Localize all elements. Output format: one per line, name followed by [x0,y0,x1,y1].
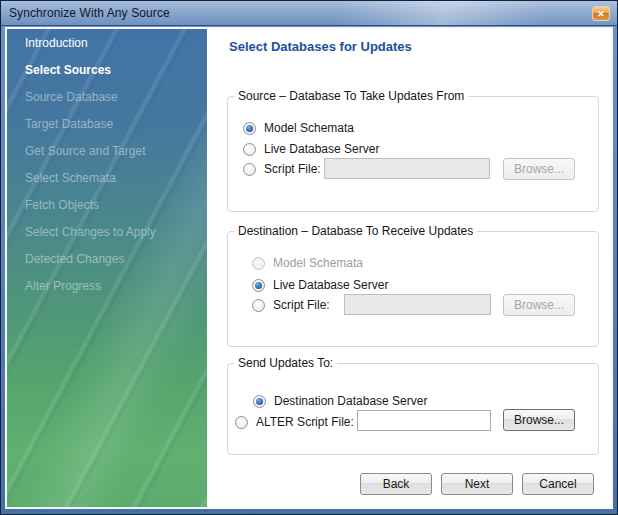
radio-destination-database-server[interactable]: Destination Database Server [253,391,427,411]
group-send-updates-to: Send Updates To: Destination Database Se… [227,363,599,455]
radio-unchecked-icon[interactable] [243,163,256,176]
radio-alter-script-file[interactable]: ALTER Script File: [235,412,354,432]
alter-script-file-input[interactable] [357,410,491,431]
radio-unchecked-icon[interactable] [235,416,248,429]
titlebar[interactable]: Synchronize With Any Source ✕ [1,1,617,26]
destination-script-file-input [344,294,491,315]
radio-checked-icon[interactable] [253,395,266,408]
source-script-file-input [324,158,490,179]
sidebar-item-get-source-and-target: Get Source and Target [7,137,207,164]
destination-browse-button: Browse... [503,294,575,316]
sidebar-item-detected-changes: Detected Changes [7,245,207,272]
radio-label: Model Schemata [273,256,363,270]
radio-source-model-schemata[interactable]: Model Schemata [243,118,354,138]
alter-browse-button[interactable]: Browse... [503,409,575,431]
group-destination: Destination – Database To Receive Update… [227,231,599,347]
sidebar-item-select-schemata: Select Schemata [7,164,207,191]
radio-source-script-file[interactable]: Script File: [243,159,321,179]
radio-label: Live Database Server [264,142,379,156]
radio-label: Destination Database Server [274,394,427,408]
sidebar-item-source-database: Source Database [7,83,207,110]
radio-checked-icon[interactable] [243,122,256,135]
radio-checked-icon[interactable] [252,279,265,292]
window-title: Synchronize With Any Source [9,6,170,20]
radio-source-live-database-server[interactable]: Live Database Server [243,139,379,159]
back-button[interactable]: Back [360,473,432,495]
main-panel: Select Databases for Updates Source – Da… [207,29,611,507]
radio-label: ALTER Script File: [256,415,354,429]
group-source-label: Source – Database To Take Updates From [234,89,468,103]
sidebar-item-select-changes-to-apply: Select Changes to Apply [7,218,207,245]
wizard-window: Synchronize With Any Source ✕ Introducti… [0,0,618,515]
close-icon: ✕ [597,9,605,19]
radio-label: Live Database Server [273,278,388,292]
wizard-step-list: Introduction Select Sources Source Datab… [7,29,207,299]
radio-label: Script File: [264,162,321,176]
radio-destination-live-database-server[interactable]: Live Database Server [252,275,388,295]
radio-unchecked-icon[interactable] [243,143,256,156]
window-content: Introduction Select Sources Source Datab… [5,27,613,509]
source-browse-button: Browse... [503,158,575,180]
sidebar-item-select-sources: Select Sources [7,56,207,83]
radio-disabled-icon [252,257,265,270]
radio-unchecked-icon[interactable] [252,299,265,312]
sidebar-item-introduction: Introduction [7,29,207,56]
page-title: Select Databases for Updates [229,39,412,54]
radio-destination-model-schemata: Model Schemata [252,253,363,273]
close-button[interactable]: ✕ [592,6,610,21]
group-send-updates-label: Send Updates To: [234,356,337,370]
sidebar-item-alter-progress: Alter Progress [7,272,207,299]
wizard-steps-sidebar: Introduction Select Sources Source Datab… [7,29,207,507]
next-button[interactable]: Next [441,473,513,495]
sidebar-item-target-database: Target Database [7,110,207,137]
window-frame: Introduction Select Sources Source Datab… [1,26,617,514]
group-source: Source – Database To Take Updates From M… [227,96,599,212]
radio-label: Script File: [273,298,330,312]
group-destination-label: Destination – Database To Receive Update… [234,224,477,238]
sidebar-item-fetch-objects: Fetch Objects [7,191,207,218]
radio-label: Model Schemata [264,121,354,135]
cancel-button[interactable]: Cancel [522,473,594,495]
radio-destination-script-file[interactable]: Script File: [252,295,330,315]
